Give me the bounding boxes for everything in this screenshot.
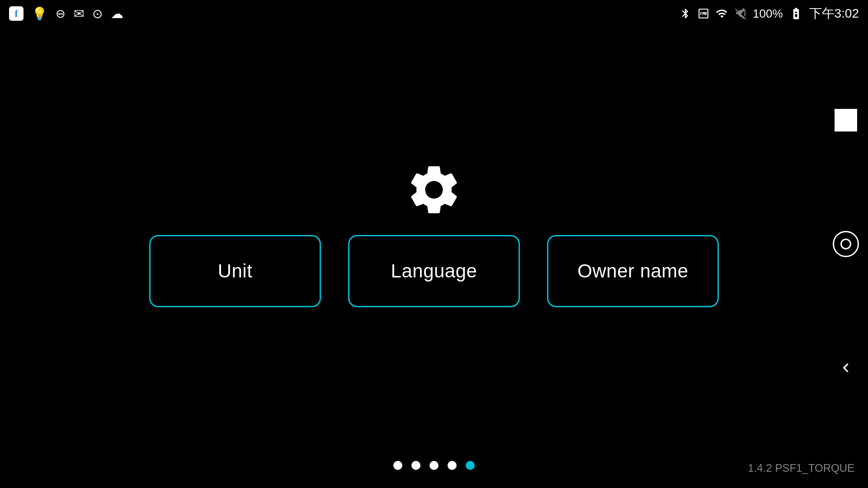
status-bar: f 💡 ⊖ ✉ ⊙ ☁ 100% [0,0,868,27]
back-button[interactable] [835,357,857,379]
facebook-icon: f [9,6,24,21]
version-text: 1.4.2 PSF1_TORQUE [748,462,854,474]
signal-muted-icon [735,8,746,19]
settings-gear-icon [405,160,463,219]
home-button[interactable] [833,231,859,257]
gmail-icon: ✉ [74,6,84,21]
bluetooth-icon [679,8,691,19]
language-button[interactable]: Language [348,235,520,307]
status-bar-left: f 💡 ⊖ ✉ ⊙ ☁ [9,6,123,21]
pagination-dot-4[interactable] [448,461,457,470]
status-bar-right: 100% 下午3:02 [679,5,859,22]
battery-icon [789,7,803,20]
pagination-dot-5[interactable] [466,461,475,470]
stop-button[interactable] [835,109,857,131]
camera-icon: ⊙ [92,6,103,21]
owner-name-button[interactable]: Owner name [547,235,719,307]
wifi-icon [716,7,728,20]
pagination-dot-2[interactable] [411,461,420,470]
settings-gear-container [405,160,463,219]
cloud-icon: ☁ [111,6,123,21]
pagination-dot-1[interactable] [393,461,402,470]
time-display: 下午3:02 [809,5,859,22]
minus-circle-icon: ⊖ [56,7,66,21]
right-side-controls [833,109,859,379]
buttons-row: Unit Language Owner name [149,235,719,307]
nfc-icon [698,8,709,19]
pagination-dots [393,461,475,470]
lightbulb-icon: 💡 [32,6,47,21]
battery-percent: 100% [753,7,783,21]
unit-button[interactable]: Unit [149,235,321,307]
home-button-inner [840,239,851,249]
pagination-dot-3[interactable] [429,461,439,470]
